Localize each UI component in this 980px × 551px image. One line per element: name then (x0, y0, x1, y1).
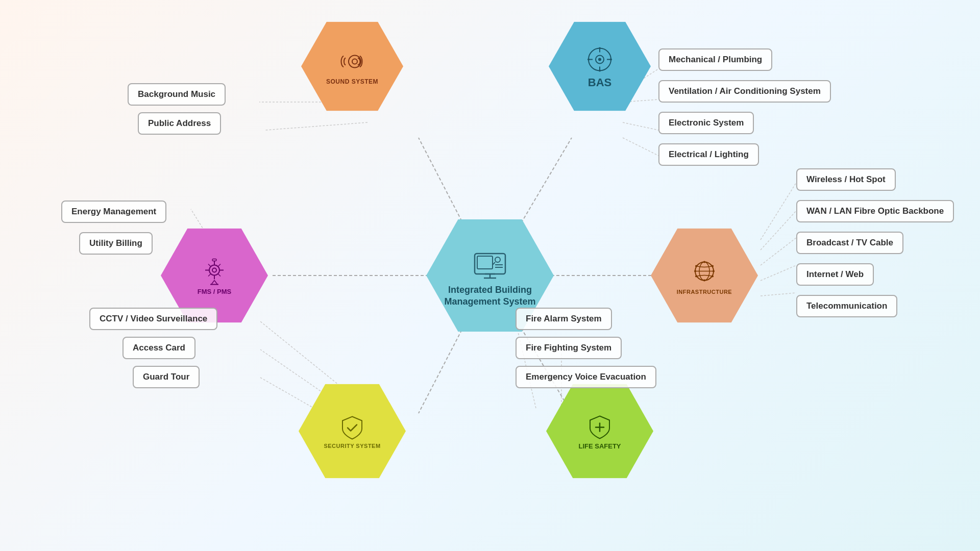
tag-internet-web: Internet / Web (796, 263, 874, 286)
center-label: Integrated Building Management System (426, 284, 554, 308)
svg-line-53 (208, 264, 211, 267)
svg-point-70 (695, 275, 697, 277)
hex-bas: BAS (549, 22, 651, 111)
svg-point-68 (695, 265, 697, 267)
tag-wan-lan: WAN / LAN Fibre Optic Backbone (796, 200, 954, 222)
svg-line-10 (623, 122, 658, 130)
hex-sound: SOUND SYSTEM (301, 22, 403, 111)
hex-security-label: SECURITY SYSTEM (324, 443, 380, 449)
tag-utility-billing: Utility Billing (79, 232, 153, 255)
svg-rect-57 (212, 259, 216, 261)
svg-line-59 (214, 281, 217, 285)
hex-life-label: LIFE SAFETY (578, 442, 621, 449)
tag-mechanical-plumbing: Mechanical / Plumbing (658, 48, 772, 71)
svg-point-48 (212, 268, 216, 272)
tag-electronic-system: Electronic System (658, 112, 754, 134)
svg-line-14 (761, 183, 796, 240)
svg-point-46 (610, 58, 612, 60)
tag-broadcast: Broadcast / TV Cable (796, 232, 903, 254)
tag-wireless-hotspot: Wireless / Hot Spot (796, 168, 896, 191)
tag-cctv: CCTV / Video Surveillance (89, 308, 217, 330)
svg-point-66 (694, 270, 696, 272)
tag-ventilation: Ventilation / Air Conditioning System (658, 80, 831, 103)
svg-line-22 (516, 321, 536, 408)
tag-guard-tour: Guard Tour (133, 366, 200, 388)
tag-emergency-voice: Emergency Voice Evacuation (516, 366, 656, 388)
tag-background-music: Background Music (128, 83, 226, 106)
svg-rect-26 (477, 256, 493, 269)
hex-life: LIFE SAFETY (546, 384, 653, 479)
hex-infra: INFRASTRUCTURE (651, 229, 758, 323)
svg-line-58 (211, 281, 214, 285)
svg-line-55 (218, 264, 220, 267)
hex-bas-label: BAS (588, 76, 611, 89)
svg-point-65 (703, 279, 705, 281)
tag-public-address: Public Address (138, 112, 221, 135)
svg-point-69 (712, 265, 714, 267)
svg-line-54 (218, 274, 220, 277)
diagram-container: Integrated Building Management System SO… (0, 0, 980, 551)
svg-point-38 (598, 58, 601, 61)
tag-energy-management: Energy Management (61, 201, 166, 223)
svg-point-35 (352, 59, 357, 64)
svg-point-45 (587, 58, 590, 60)
svg-line-56 (208, 274, 211, 277)
svg-point-44 (599, 69, 601, 71)
tag-fire-alarm: Fire Alarm System (516, 308, 612, 330)
svg-point-43 (599, 47, 601, 49)
svg-point-64 (703, 261, 705, 263)
hex-infra-label: INFRASTRUCTURE (677, 288, 732, 294)
tag-electrical-lighting: Electrical / Lighting (658, 143, 759, 166)
svg-line-18 (761, 293, 796, 296)
svg-line-7 (265, 122, 368, 130)
tag-telecommunication: Telecommunication (796, 295, 897, 317)
svg-point-71 (712, 275, 714, 277)
tag-access-card: Access Card (122, 337, 195, 359)
svg-line-15 (761, 211, 796, 250)
svg-line-11 (623, 138, 658, 156)
hex-sound-label: SOUND SYSTEM (326, 78, 378, 85)
svg-line-16 (761, 238, 796, 265)
svg-point-27 (495, 257, 500, 262)
hex-fms-label: FMS / PMS (198, 288, 231, 295)
tag-fire-fighting: Fire Fighting System (516, 337, 622, 359)
hex-security: SECURITY SYSTEM (299, 384, 406, 479)
svg-point-34 (349, 56, 361, 68)
svg-point-67 (713, 270, 715, 272)
svg-line-17 (761, 265, 796, 281)
